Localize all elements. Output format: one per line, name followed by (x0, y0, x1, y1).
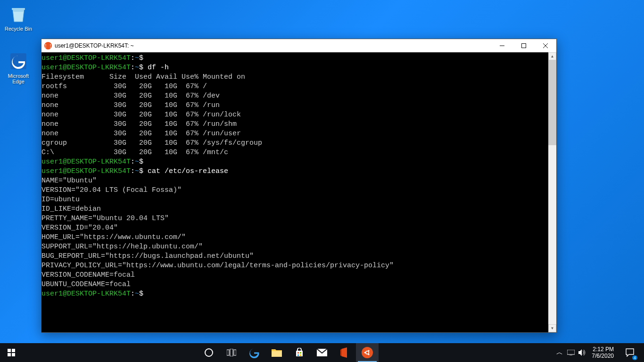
svg-rect-15 (297, 352, 299, 354)
desktop-icon-label: Recycle Bin (2, 26, 35, 32)
taskbar-mail[interactable] (311, 343, 333, 362)
desktop-icon-label: Microsoft Edge (2, 73, 35, 84)
taskbar-center (23, 343, 553, 362)
tray-volume-icon[interactable] (578, 349, 586, 356)
cortana-button[interactable] (198, 343, 220, 362)
action-center-button[interactable]: 4 (619, 343, 640, 362)
taskbar-office[interactable] (333, 343, 356, 362)
svg-rect-14 (272, 351, 282, 357)
svg-rect-16 (300, 352, 301, 354)
taskbar: ︿ 2:12 PM 7/6/2020 4 (0, 343, 644, 362)
svg-point-22 (368, 350, 369, 351)
svg-point-23 (368, 354, 369, 355)
scroll-up-button[interactable]: ▲ (548, 52, 556, 60)
system-tray: ︿ 2:12 PM 7/6/2020 4 (553, 343, 644, 362)
svg-point-21 (364, 352, 365, 353)
svg-point-20 (365, 351, 368, 354)
minimize-button[interactable] (491, 39, 513, 52)
trash-icon (8, 4, 29, 25)
terminal-output[interactable]: user1@DESKTOP-LKRK54T:~$ user1@DESKTOP-L… (41, 52, 548, 332)
svg-rect-8 (8, 353, 11, 356)
time-text: 2:12 PM (592, 346, 614, 353)
svg-rect-11 (227, 350, 229, 355)
svg-rect-18 (300, 354, 301, 356)
clock[interactable]: 2:12 PM 7/6/2020 (590, 346, 616, 359)
maximize-button[interactable] (513, 39, 535, 52)
taskbar-file-explorer[interactable] (265, 343, 288, 362)
taskbar-ubuntu[interactable] (356, 343, 379, 362)
terminal-window: ⋮⋮ user1@DESKTOP-LKRK54T: ~ user1@DESKTO… (41, 39, 557, 333)
svg-rect-12 (230, 349, 233, 356)
svg-point-10 (205, 349, 213, 356)
svg-rect-7 (12, 349, 15, 352)
svg-rect-9 (12, 353, 15, 356)
notification-badge: 4 (632, 355, 637, 360)
ubuntu-icon: ⋮⋮ (44, 42, 52, 49)
desktop: Recycle Bin Microsoft Edge ⋮⋮ user1@DESK… (0, 0, 644, 362)
svg-rect-6 (8, 349, 11, 352)
scroll-thumb[interactable] (548, 60, 556, 145)
window-title: user1@DESKTOP-LKRK54T: ~ (55, 42, 491, 49)
svg-rect-3 (522, 44, 526, 48)
taskbar-store[interactable] (288, 343, 311, 362)
edge-icon (8, 51, 29, 72)
scrollbar[interactable]: ▲ ▼ (548, 52, 556, 332)
start-button[interactable] (0, 343, 23, 362)
task-view-button[interactable] (220, 343, 243, 362)
date-text: 7/6/2020 (592, 353, 614, 359)
tray-chevron-icon[interactable]: ︿ (556, 348, 563, 357)
svg-rect-0 (12, 8, 25, 10)
taskbar-edge[interactable] (243, 343, 265, 362)
titlebar[interactable]: ⋮⋮ user1@DESKTOP-LKRK54T: ~ (41, 39, 556, 52)
scroll-down-button[interactable]: ▼ (548, 324, 556, 332)
microsoft-edge-icon[interactable]: Microsoft Edge (2, 51, 35, 84)
svg-rect-24 (567, 350, 575, 354)
recycle-bin-icon[interactable]: Recycle Bin (2, 4, 35, 32)
close-button[interactable] (535, 39, 556, 52)
tray-monitor-icon[interactable] (567, 350, 575, 355)
svg-rect-17 (297, 354, 299, 356)
scroll-track[interactable] (548, 60, 556, 324)
svg-rect-13 (234, 350, 236, 355)
